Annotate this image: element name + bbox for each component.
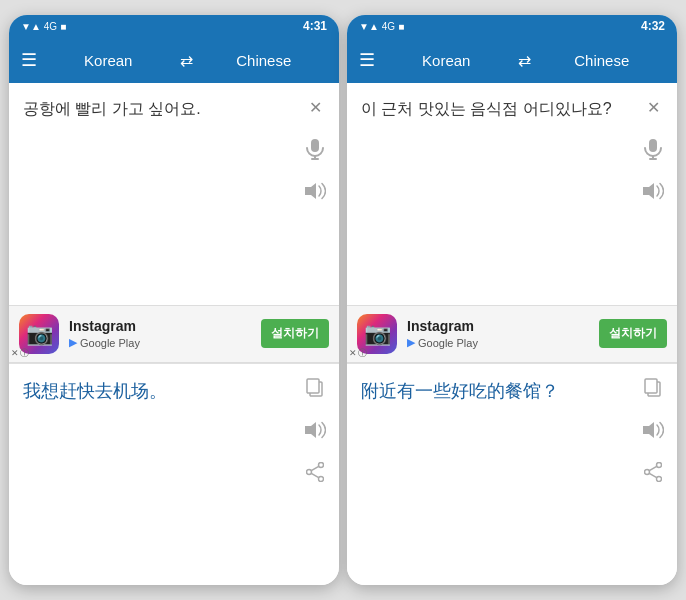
svg-point-9 [319,476,324,481]
share-button-2[interactable] [639,458,667,486]
input-icons-2: ✕ [639,93,667,205]
play-store-icon-2: ▶ [407,336,415,349]
input-speaker-2[interactable] [639,177,667,205]
svg-marker-6 [305,422,316,438]
svg-line-11 [311,473,318,477]
mic-button-1[interactable] [301,135,329,163]
ad-close-1[interactable]: ✕ ⓘ [11,347,29,360]
mic-button-2[interactable] [639,135,667,163]
status-bar-1: ▼▲ 4G ■ 4:31 [9,15,339,37]
signal-icon-1: ▼▲ [21,21,41,32]
menu-button-2[interactable]: ☰ [359,51,375,69]
target-lang-1[interactable]: Chinese [201,52,328,69]
svg-marker-15 [643,183,654,199]
ad-info-1: Instagram ▶ Google Play [69,318,251,349]
source-lang-1[interactable]: Korean [45,52,172,69]
input-speaker-1[interactable] [301,177,329,205]
clear-button-2[interactable]: ✕ [639,93,667,121]
output-area-2: 附近有一些好吃的餐馆？ [347,363,677,586]
target-lang-2[interactable]: Chinese [539,52,666,69]
ad-store-2: ▶ Google Play [407,336,589,349]
status-bar-2: ▼▲ 4G ■ 4:32 [347,15,677,37]
network-icon-1: 4G [44,21,57,32]
svg-line-10 [311,466,318,470]
input-area-2: 이 근처 맛있는 음식점 어디있나요? ✕ [347,83,677,305]
ad-close-2[interactable]: ✕ ⓘ [349,347,367,360]
battery-icon-1: ■ [60,21,66,32]
svg-rect-5 [307,379,319,393]
svg-line-22 [649,466,656,470]
ad-title-2: Instagram [407,318,589,334]
swap-button-1[interactable]: ⇄ [180,51,193,70]
phone-1: ▼▲ 4G ■ 4:31 ☰ Korean ⇄ Chinese 공항에 빨리 가… [9,15,339,585]
battery-icon-2: ■ [398,21,404,32]
copy-button-2[interactable] [639,374,667,402]
network-icon-2: 4G [382,21,395,32]
ad-banner-2: ✕ ⓘ 📷 Instagram ▶ Google Play 설치하기 [347,305,677,363]
toolbar-1: ☰ Korean ⇄ Chinese [9,37,339,83]
input-icons-1: ✕ [301,93,329,205]
phone-2: ▼▲ 4G ■ 4:32 ☰ Korean ⇄ Chinese 이 근처 맛있는… [347,15,677,585]
ad-title-1: Instagram [69,318,251,334]
ad-install-button-1[interactable]: 설치하기 [261,319,329,348]
share-button-1[interactable] [301,458,329,486]
svg-point-7 [319,462,324,467]
phones-container: ▼▲ 4G ■ 4:31 ☰ Korean ⇄ Chinese 공항에 빨리 가… [1,7,685,593]
input-text-1[interactable]: 공항에 빨리 가고 싶어요. [23,97,327,295]
output-speaker-2[interactable] [639,416,667,444]
status-icons-2: ▼▲ 4G ■ [359,21,404,32]
copy-button-1[interactable] [301,374,329,402]
play-store-icon-1: ▶ [69,336,77,349]
svg-point-19 [657,462,662,467]
output-text-2: 附近有一些好吃的餐馆？ [361,378,665,576]
swap-button-2[interactable]: ⇄ [518,51,531,70]
time-1: 4:31 [303,19,327,33]
ad-store-1: ▶ Google Play [69,336,251,349]
input-text-2[interactable]: 이 근처 맛있는 음식점 어디있나요? [361,97,665,295]
svg-point-20 [645,469,650,474]
output-icons-2 [639,374,667,486]
svg-rect-0 [311,139,319,152]
input-area-1: 공항에 빨리 가고 싶어요. ✕ [9,83,339,305]
svg-rect-12 [649,139,657,152]
svg-point-8 [307,469,312,474]
output-area-1: 我想赶快去机场。 [9,363,339,586]
source-lang-2[interactable]: Korean [383,52,510,69]
status-icons-1: ▼▲ 4G ■ [21,21,66,32]
ad-install-button-2[interactable]: 설치하기 [599,319,667,348]
svg-line-23 [649,473,656,477]
svg-marker-18 [643,422,654,438]
ad-banner-1: ✕ ⓘ 📷 Instagram ▶ Google Play 설치하기 [9,305,339,363]
output-speaker-1[interactable] [301,416,329,444]
time-2: 4:32 [641,19,665,33]
output-icons-1 [301,374,329,486]
ad-info-2: Instagram ▶ Google Play [407,318,589,349]
output-text-1: 我想赶快去机场。 [23,378,327,576]
clear-button-1[interactable]: ✕ [301,93,329,121]
svg-marker-3 [305,183,316,199]
signal-icon-2: ▼▲ [359,21,379,32]
toolbar-2: ☰ Korean ⇄ Chinese [347,37,677,83]
svg-rect-17 [645,379,657,393]
menu-button-1[interactable]: ☰ [21,51,37,69]
svg-point-21 [657,476,662,481]
